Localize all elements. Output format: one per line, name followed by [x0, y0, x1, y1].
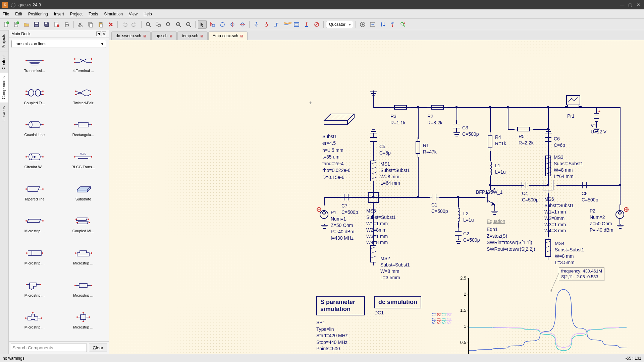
- cut-button[interactable]: [76, 20, 85, 29]
- component-item[interactable]: Microstrip ...: [60, 308, 107, 339]
- r5-text[interactable]: R5R=2.2k: [519, 133, 534, 146]
- insert-ground-button[interactable]: [252, 20, 261, 29]
- menu-edit[interactable]: Edit: [15, 12, 22, 16]
- file-tab[interactable]: temp.sch⊠: [177, 32, 208, 40]
- component-item[interactable]: Transmissi...: [11, 52, 58, 83]
- zoom-fit-button[interactable]: [144, 20, 153, 29]
- component-item[interactable]: Tapered line: [11, 180, 58, 211]
- ms3-text[interactable]: MS3Subst=Subst1W=8 mmL=64 mm: [554, 154, 583, 180]
- minimize-button[interactable]: —: [619, 2, 626, 8]
- set-marker-button[interactable]: M1: [388, 20, 397, 29]
- menu-file[interactable]: File: [3, 12, 9, 16]
- ms4-text[interactable]: MS4Subst=Subst1W=8 mmL=3.5mm: [555, 240, 584, 266]
- sp-sim-box[interactable]: S parameter simulation: [316, 296, 365, 315]
- open-button[interactable]: [22, 20, 31, 29]
- clear-button[interactable]: Clear: [89, 344, 107, 352]
- component-item[interactable]: Microstrip ...: [11, 212, 58, 243]
- mirror-x-button[interactable]: [228, 20, 237, 29]
- component-item[interactable]: Microstrip ...: [11, 244, 58, 275]
- component-item[interactable]: 4-Terminal ...: [60, 52, 107, 83]
- ms6-text[interactable]: MS6Subst=Subst1W1=1 mmW2=8mmW3=1 mmW4=8 …: [544, 196, 574, 234]
- bjt-text[interactable]: BFP193W_1: [476, 189, 502, 195]
- match-button[interactable]: [398, 20, 407, 29]
- dc-sim-box[interactable]: dc simulation: [374, 296, 421, 308]
- side-tab-libraries[interactable]: Libraries: [0, 103, 8, 125]
- component-item[interactable]: Microstrip ...: [11, 277, 58, 307]
- close-window-button[interactable]: ✕: [635, 2, 642, 8]
- copy-button[interactable]: [86, 20, 95, 29]
- menu-view[interactable]: View: [129, 12, 138, 16]
- category-combo[interactable]: transmission lines▾: [11, 40, 106, 48]
- zoom-out-button[interactable]: [184, 20, 193, 29]
- component-item[interactable]: Microstrip ...: [11, 308, 58, 339]
- rotate-button[interactable]: [218, 20, 227, 29]
- subst-text[interactable]: Subst1 er=4.5h=1.5 mm t=35 umtand=2e-4 r…: [322, 133, 351, 181]
- deactivate-button[interactable]: [312, 20, 321, 29]
- dock-close-button[interactable]: ✕: [102, 32, 106, 36]
- component-item[interactable]: Microstrip ...: [60, 277, 107, 307]
- mirror-y-button[interactable]: [238, 20, 247, 29]
- component-item[interactable]: Coupled Tr...: [11, 84, 58, 115]
- c1-text[interactable]: C1C=500p: [431, 202, 448, 215]
- insert-power-button[interactable]: [302, 20, 311, 29]
- pr1-text[interactable]: Pr1: [567, 113, 575, 119]
- menu-positioning[interactable]: Positioning: [28, 12, 48, 16]
- menu-project[interactable]: Project: [70, 12, 83, 16]
- new-text-button[interactable]: +: [12, 20, 21, 29]
- select-marker-button[interactable]: [208, 20, 217, 29]
- simulate-button[interactable]: [358, 20, 367, 29]
- redo-button[interactable]: [130, 20, 139, 29]
- side-tab-content[interactable]: Content: [0, 52, 8, 73]
- paste-button[interactable]: [96, 20, 105, 29]
- chart-marker[interactable]: frequency: 430.461MS[2,1]: -2.05-j0.533: [559, 267, 604, 281]
- r3-text[interactable]: R3R=1.1k: [390, 113, 406, 126]
- close-file-button[interactable]: [52, 20, 61, 29]
- c3-text[interactable]: C3C=500p: [462, 125, 479, 137]
- dc-text[interactable]: DC1: [374, 310, 384, 315]
- c8-text[interactable]: C8C=500p: [582, 190, 598, 203]
- close-icon[interactable]: ⊠: [200, 34, 203, 38]
- delete-button[interactable]: [106, 20, 115, 29]
- ms1-text[interactable]: MS1Subst=Subst1W=8 mmL=64 mm: [380, 161, 410, 186]
- menu-help[interactable]: Help: [144, 12, 152, 16]
- search-input[interactable]: [11, 344, 87, 352]
- component-item[interactable]: Rectangula...: [60, 116, 107, 147]
- schematic-canvas[interactable]: Subst1 er=4.5h=1.5 mm t=35 umtand=2e-4 r…: [109, 40, 644, 354]
- l2-text[interactable]: L2L=1u: [463, 210, 474, 223]
- zoom-in-button[interactable]: [174, 20, 183, 29]
- ms5-text[interactable]: MS5Subst=Subst1W1=1 mmW2=8mmW3=1 mmW4=8 …: [366, 208, 396, 246]
- simulator-combo[interactable]: Qucsator: [326, 21, 353, 28]
- component-item[interactable]: Microstrip ...: [60, 244, 107, 275]
- close-icon[interactable]: ⊠: [240, 34, 243, 38]
- zoom-100-button[interactable]: 1: [164, 20, 173, 29]
- l1-text[interactable]: L1L=1u: [495, 163, 506, 175]
- c5-text[interactable]: C5C=6p: [379, 143, 391, 156]
- component-item[interactable]: Twisted-Pair: [60, 84, 107, 115]
- c7-text[interactable]: C7C=500p: [341, 203, 358, 216]
- label-button[interactable]: NAME: [282, 20, 291, 29]
- tune-button[interactable]: [378, 20, 387, 29]
- menu-simulation[interactable]: Simulation: [104, 12, 123, 16]
- insert-equation-button[interactable]: [292, 20, 301, 29]
- wire-button[interactable]: [272, 20, 281, 29]
- r4-text[interactable]: R4R=1k: [495, 134, 506, 147]
- sparam-chart[interactable]: 00.511.522.5420M422M424M426M428M430M432M…: [468, 278, 626, 354]
- menu-insert[interactable]: Insert: [54, 12, 64, 16]
- file-tab[interactable]: dc_sweep.sch⊠: [111, 32, 151, 40]
- component-item[interactable]: Substrate: [60, 180, 107, 211]
- close-icon[interactable]: ⊠: [169, 34, 172, 38]
- undo-button[interactable]: [120, 20, 129, 29]
- r2-text[interactable]: R2R=8.2k: [427, 113, 442, 126]
- eqn-text[interactable]: Eqn1 Z=stoz(S)SWRin=rtoswr(S[1,1])SWRout…: [487, 226, 535, 252]
- p2-text[interactable]: P2Num=2Z=50 OhmP=-40 dBm: [590, 208, 613, 233]
- component-item[interactable]: Coupled Mi...: [60, 212, 107, 243]
- sp-text[interactable]: SP1Type=linStart=420 MHzStop=440 MHzPoin…: [316, 319, 348, 352]
- close-icon[interactable]: ⊠: [143, 34, 146, 38]
- c4-text[interactable]: C4C=500p: [522, 190, 538, 203]
- side-tab-components[interactable]: Components: [0, 73, 8, 103]
- menu-tools[interactable]: Tools: [89, 12, 98, 16]
- eqn-title[interactable]: Equation: [487, 219, 505, 224]
- save-all-button[interactable]: [42, 20, 51, 29]
- c6-text[interactable]: C6C=6p: [554, 136, 565, 148]
- dock-float-button[interactable]: ◥: [96, 32, 101, 36]
